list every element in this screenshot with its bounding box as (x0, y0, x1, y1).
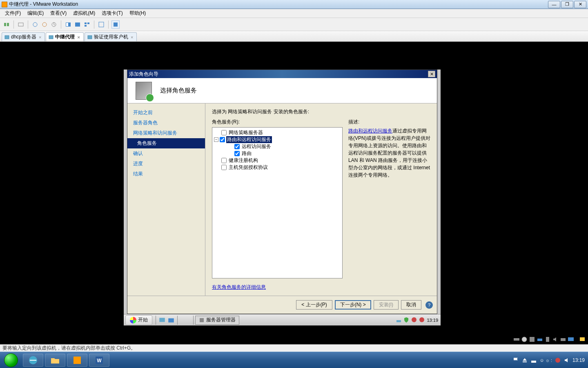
view-console-button[interactable] (64, 20, 72, 29)
tree-item-rras[interactable]: − 路由和远程访问服务 (214, 136, 341, 143)
tray-update-icon[interactable] (411, 317, 417, 323)
more-info-link-row: 有关角色服务的详细信息 (212, 284, 430, 291)
tray-action-icon[interactable] (419, 317, 425, 323)
checkbox-remote-access[interactable] (234, 144, 240, 149)
svg-rect-11 (85, 25, 87, 27)
tray-security-icon[interactable] (555, 357, 561, 364)
device-usb-icon[interactable] (544, 336, 551, 343)
vm-viewport[interactable]: 添加角色向导 ✕ 选择角色服务 开始之前 服务器角色 网络策略和访问服务 角色服… (0, 42, 588, 344)
svg-rect-9 (85, 22, 87, 24)
wizard-content: 选择为 网络策略和访问服务 安装的角色服务: 角色服务(R): 网络策略服务器 … (205, 103, 437, 296)
tab-close-button[interactable]: × (130, 35, 134, 40)
next-button[interactable]: 下一步(N) > (335, 300, 371, 310)
nav-server-roles[interactable]: 服务器角色 (127, 118, 205, 128)
nav-results[interactable]: 结果 (127, 169, 205, 179)
device-message-icon[interactable] (579, 336, 586, 343)
checkbox-health[interactable] (221, 158, 227, 163)
description-body: 通过虚拟专用网络(VPN)或拨号连接为远程用户提供对专用网络上资源的访问。使用路… (348, 128, 430, 178)
more-info-link[interactable]: 有关角色服务的详细信息 (212, 284, 266, 290)
guest-start-button[interactable]: 开始 (125, 315, 152, 325)
device-hdd-icon[interactable] (513, 336, 520, 343)
quicklaunch-desktop-icon[interactable] (158, 316, 166, 324)
view-unity-button[interactable] (74, 20, 82, 29)
checkbox-routing[interactable] (234, 151, 240, 156)
tray-network-icon[interactable] (530, 357, 537, 364)
snapshot-take-button[interactable] (31, 20, 39, 29)
checkbox-nps-server[interactable] (221, 130, 227, 135)
host-start-button[interactable] (0, 352, 22, 368)
cancel-button[interactable]: 取消 (401, 300, 421, 310)
tab-relay[interactable]: 中继代理 × (46, 32, 83, 41)
menu-help[interactable]: 帮助(H) (126, 9, 149, 18)
taskbar-explorer[interactable] (45, 354, 65, 367)
tab-label: dhcp服务器 (11, 34, 36, 40)
nav-confirm[interactable]: 确认 (127, 148, 205, 159)
device-display-icon[interactable] (568, 336, 574, 343)
checkbox-rras[interactable] (220, 137, 225, 142)
tree-item-routing[interactable]: 路由 (214, 150, 341, 157)
dialog-title: 添加角色向导 (129, 71, 428, 78)
taskbar-vmware[interactable] (67, 354, 87, 367)
separator (156, 316, 156, 325)
nav-progress[interactable]: 进度 (127, 159, 205, 169)
tab-close-button[interactable]: × (38, 35, 42, 40)
fullscreen-button[interactable] (97, 20, 105, 29)
taskbar-word[interactable]: W (89, 354, 109, 367)
tree-item-hcap[interactable]: 主机凭据授权协议 (214, 164, 341, 171)
nav-before[interactable]: 开始之前 (127, 108, 205, 118)
taskbar-label: 服务器管理器 (206, 316, 236, 323)
nav-role-services[interactable]: 角色服务 (127, 138, 205, 148)
tree-label-nps-server: 网络策略服务器 (228, 129, 264, 136)
tab-client[interactable]: 验证使用客户机 × (85, 32, 137, 41)
tree-label-routing: 路由 (241, 150, 252, 157)
taskbar-ie[interactable] (23, 354, 43, 367)
device-floppy-icon[interactable] (529, 336, 535, 343)
tray-eject-icon[interactable] (521, 357, 528, 364)
tray-shield-icon[interactable] (403, 317, 410, 323)
tab-dhcp[interactable]: dhcp服务器 × (2, 32, 45, 41)
tree-item-remote-access[interactable]: 远程访问服务 (214, 143, 341, 150)
menu-view[interactable]: 查看(V) (47, 9, 70, 18)
menu-tabs[interactable]: 选项卡(T) (98, 9, 126, 18)
minimize-button[interactable]: — (548, 1, 560, 8)
collapse-icon[interactable]: − (214, 137, 218, 142)
svg-rect-32 (74, 357, 81, 364)
device-printer-icon[interactable] (560, 336, 566, 343)
nav-nps[interactable]: 网络策略和访问服务 (127, 128, 205, 138)
prev-button[interactable]: < 上一步(P) (296, 300, 332, 310)
tray-volume-icon[interactable] (564, 357, 570, 364)
unity-mode-button[interactable] (111, 20, 120, 29)
menu-file[interactable]: 文件(F) (2, 9, 24, 18)
tree-label-rras: 路由和远程访问服务 (226, 136, 272, 143)
menu-vm[interactable]: 虚拟机(M) (70, 9, 98, 18)
tray-flag-icon[interactable] (512, 357, 519, 364)
device-cd-icon[interactable] (521, 336, 528, 343)
tray-network-icon[interactable] (396, 317, 402, 323)
tree-item-nps-server[interactable]: 网络策略服务器 (214, 129, 341, 136)
dialog-titlebar[interactable]: 添加角色向导 ✕ (127, 70, 437, 78)
role-services-tree[interactable]: 网络策略服务器 − 路由和远程访问服务 远程访问服务 (212, 127, 343, 278)
tray-ime-icon[interactable]: ☺ ☼ : (539, 358, 552, 363)
power-on-button[interactable] (2, 20, 11, 29)
taskbar-server-manager[interactable]: 服务器管理器 (195, 316, 239, 325)
description-link[interactable]: 路由和远程访问服务 (348, 128, 392, 134)
tab-close-button[interactable]: × (76, 35, 80, 40)
maximize-button[interactable]: ❐ (561, 1, 573, 8)
host-clock: 13:19 (572, 357, 585, 363)
help-icon[interactable]: ? (425, 301, 433, 309)
dialog-close-button[interactable]: ✕ (428, 71, 435, 77)
view-thumbnail-button[interactable] (83, 20, 91, 29)
tab-label: 验证使用客户机 (94, 34, 128, 40)
checkbox-hcap[interactable] (221, 165, 227, 170)
snapshot-manage-button[interactable] (50, 20, 58, 29)
device-sound-icon[interactable] (552, 336, 559, 343)
tree-item-health[interactable]: 健康注册机构 (214, 157, 341, 164)
quicklaunch-explorer-icon[interactable] (167, 316, 175, 324)
snapshot-revert-button[interactable] (40, 20, 49, 29)
svg-rect-7 (66, 23, 68, 26)
menu-edit[interactable]: 编辑(E) (24, 9, 47, 18)
app-icon (2, 2, 7, 7)
snapshot-button[interactable] (17, 20, 25, 29)
device-network-icon[interactable] (537, 336, 543, 343)
close-button[interactable]: ✕ (574, 1, 586, 8)
